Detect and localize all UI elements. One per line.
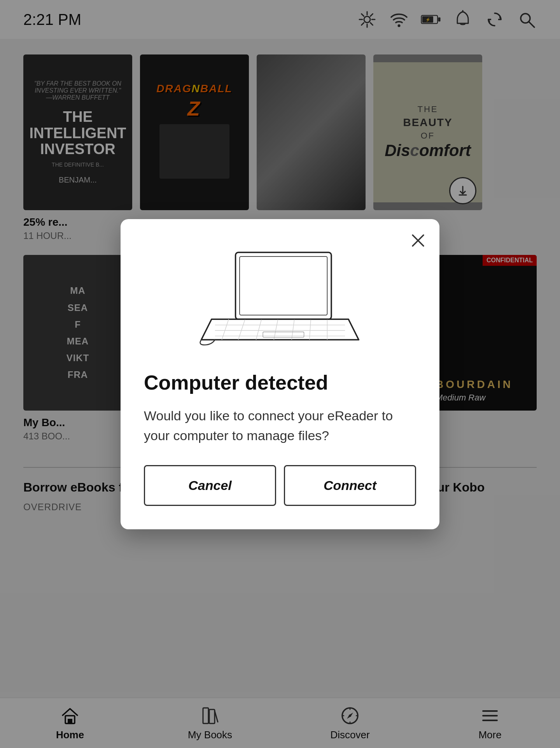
- modal-dialog: Computer detected Would you like to conn…: [121, 219, 439, 529]
- modal-actions: Cancel Connect: [144, 465, 416, 506]
- laptop-illustration: [144, 242, 416, 351]
- modal-overlay[interactable]: Computer detected Would you like to conn…: [0, 0, 560, 748]
- modal-title: Computer detected: [144, 371, 416, 394]
- connect-button[interactable]: Connect: [284, 465, 416, 506]
- modal-body: Would you like to connect your eReader t…: [144, 406, 416, 446]
- cancel-button[interactable]: Cancel: [144, 465, 276, 506]
- svg-rect-33: [241, 258, 326, 313]
- modal-close-button[interactable]: [408, 231, 428, 250]
